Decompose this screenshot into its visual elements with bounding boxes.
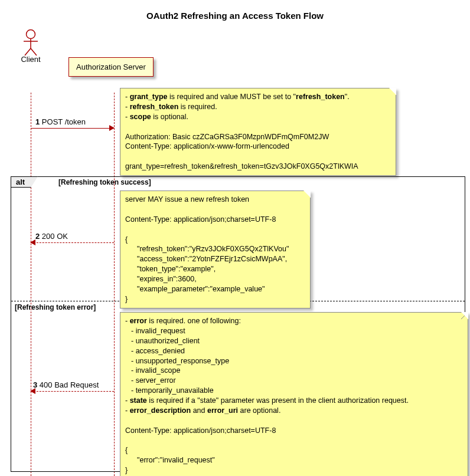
note-request: - grant_type is required and value MUST … bbox=[120, 88, 396, 176]
alt-tag: alt bbox=[11, 176, 38, 188]
actor-label: Client bbox=[18, 55, 44, 64]
alt-condition-error: [Refreshing token error] bbox=[15, 303, 96, 311]
note-error-response: - error is required. one of following: -… bbox=[120, 312, 468, 476]
diagram-title: OAuth2 Refreshing an Access Token Flow bbox=[6, 11, 464, 21]
note-success-response: server MAY issue a new refresh token Con… bbox=[120, 191, 311, 308]
svg-point-0 bbox=[27, 30, 35, 39]
message-label-2: 2 200 OK bbox=[35, 232, 68, 241]
message-label-3: 3 400 Bad Request bbox=[33, 380, 99, 389]
actor-client: Client bbox=[18, 29, 44, 64]
alt-condition-success: [Refreshing token success] bbox=[58, 178, 151, 186]
sequence-diagram: Client Authorization Server - grant_type… bbox=[6, 29, 464, 471]
participant-auth-server: Authorization Server bbox=[68, 57, 154, 77]
message-label-1: 1 POST /token bbox=[35, 117, 86, 126]
stick-figure-icon bbox=[21, 29, 40, 56]
